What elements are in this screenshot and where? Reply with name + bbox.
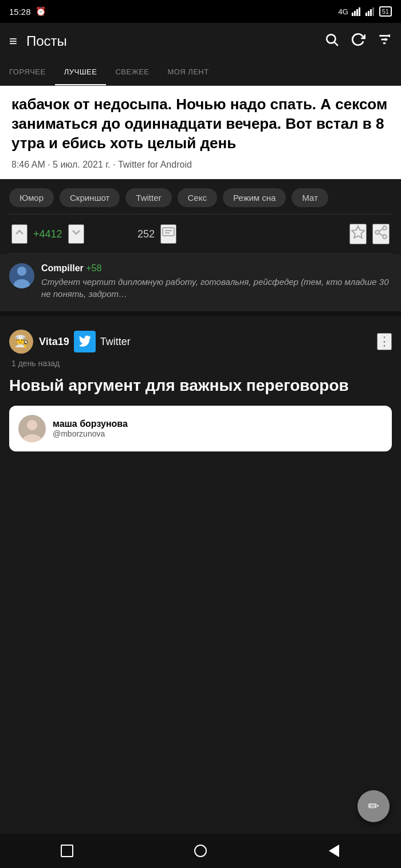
post2-author1-name: Vita19 — [39, 336, 69, 348]
comment-body: Compiller +58 Студент чертит дипломную р… — [41, 263, 392, 300]
tweet-avatar — [18, 415, 46, 442]
status-time: 15:28 — [9, 7, 31, 17]
filter-icon — [377, 32, 392, 47]
tweet-user: маша борзунова @mborzunova — [18, 415, 383, 442]
post-text: кабачок от недосыпа. Ночью надо спать. А… — [11, 95, 390, 153]
upvote-icon — [13, 225, 26, 239]
tag-sleep[interactable]: Режим сна — [223, 188, 286, 207]
app-bar: ≡ Посты — [0, 23, 401, 60]
post2-title: Новый аргумент для важных переговоров — [0, 368, 401, 405]
refresh-button[interactable] — [351, 32, 365, 50]
tweet-embed: маша борзунова @mborzunova — [9, 406, 392, 451]
signal-icon2 — [365, 7, 376, 16]
svg-point-25 — [17, 267, 26, 276]
svg-marker-18 — [352, 227, 364, 239]
vita19-avatar: 👨‍🍳 — [9, 330, 33, 354]
twitter-logo — [74, 331, 96, 352]
post2-header: 👨‍🍳 Vita19 Twitter ⋮ — [0, 320, 401, 358]
comment-group: 252 — [137, 224, 264, 244]
nav-circle-icon — [194, 845, 207, 857]
status-bar: 15:28 ⏰ 4G 51 — [0, 0, 401, 23]
comment-count: 252 — [137, 228, 155, 240]
share-button[interactable] — [372, 224, 390, 244]
actions-bar: +4412 252 — [0, 215, 401, 253]
share-icon — [374, 225, 388, 240]
twitter-label: Twitter — [100, 336, 131, 348]
battery-icon: 51 — [379, 6, 392, 17]
tweet-user-info: маша борзунова @mborzunova — [53, 419, 128, 438]
svg-rect-3 — [359, 7, 360, 16]
tag-mat[interactable]: Мат — [292, 188, 328, 207]
fab-button[interactable]: ✏ — [357, 790, 390, 822]
second-post-card: 👨‍🍳 Vita19 Twitter ⋮ 1 день назад Новый … — [0, 320, 401, 451]
first-post-card: кабачок от недосыпа. Ночью надо спать. А… — [0, 86, 401, 179]
svg-rect-4 — [365, 13, 367, 16]
post-meta: 8:46 AM · 5 июл. 2021 г. · Twitter for A… — [11, 160, 390, 170]
svg-line-9 — [335, 42, 338, 46]
svg-rect-6 — [370, 9, 372, 16]
app-bar-title: Посты — [26, 33, 315, 49]
tweet-user-name: маша борзунова — [53, 419, 128, 429]
svg-rect-15 — [163, 228, 174, 236]
tab-fresh[interactable]: СВЕЖЕЕ — [106, 60, 158, 85]
nav-back-icon — [329, 845, 339, 857]
svg-line-22 — [379, 233, 383, 236]
filter-button[interactable] — [377, 32, 392, 50]
comment-button[interactable] — [160, 224, 176, 244]
svg-line-23 — [379, 229, 383, 231]
tweet-user-handle: @mborzunova — [53, 429, 128, 438]
tab-feed[interactable]: МОЯ ЛЕНТ — [159, 60, 218, 85]
post-content: кабачок от недосыпа. Ночью надо спать. А… — [0, 86, 401, 179]
nav-home-button[interactable] — [53, 837, 81, 865]
tabs-bar: ГОРЯЧЕЕ ЛУЧШЕЕ СВЕЖЕЕ МОЯ ЛЕНТ — [0, 60, 401, 86]
comment-score: +58 — [86, 263, 101, 273]
comment-text: Студент чертит дипломную работу, готовал… — [41, 276, 392, 300]
battery-level: 51 — [382, 8, 389, 15]
comment-preview[interactable]: Compiller +58 Студент чертит дипломную р… — [0, 254, 401, 311]
svg-text:👨‍🍳: 👨‍🍳 — [14, 334, 29, 348]
vote-score: +4412 — [33, 228, 62, 240]
svg-point-19 — [383, 227, 387, 231]
vote-group: +4412 — [11, 224, 137, 244]
nav-back-button[interactable] — [320, 837, 348, 865]
svg-point-30 — [27, 420, 37, 430]
svg-point-21 — [383, 235, 387, 239]
svg-rect-1 — [354, 11, 356, 16]
svg-rect-5 — [368, 11, 369, 16]
nav-circle-button[interactable] — [186, 837, 215, 865]
refresh-icon — [351, 32, 365, 47]
alarm-icon: ⏰ — [36, 6, 46, 17]
tab-hot[interactable]: ГОРЯЧЕЕ — [0, 60, 55, 85]
tag-humor[interactable]: Юмор — [9, 188, 54, 207]
upvote-button[interactable] — [11, 224, 27, 244]
svg-rect-7 — [372, 7, 374, 16]
post2-time: 1 день назад — [9, 359, 60, 368]
comment-avatar — [9, 263, 34, 288]
comment-author: Compiller +58 — [41, 263, 392, 274]
downvote-button[interactable] — [68, 224, 84, 244]
nav-home-icon — [61, 845, 73, 857]
favorite-icon — [351, 225, 365, 240]
section-separator — [0, 311, 401, 316]
tag-sex[interactable]: Секс — [178, 188, 217, 207]
status-right: 4G 51 — [338, 6, 392, 17]
svg-point-20 — [375, 231, 379, 235]
signal-text: 4G — [338, 7, 348, 16]
tags-section: Юмор Скриншот Twitter Секс Режим сна Мат — [0, 179, 401, 214]
search-button[interactable] — [324, 32, 339, 50]
tag-twitter[interactable]: Twitter — [125, 188, 171, 207]
tag-screenshot[interactable]: Скриншот — [60, 188, 120, 207]
post2-menu-button[interactable]: ⋮ — [377, 333, 392, 350]
search-icon — [324, 32, 339, 47]
svg-rect-2 — [356, 9, 358, 16]
comment-icon — [162, 225, 175, 239]
downvote-icon — [69, 225, 83, 239]
signal-icon — [352, 7, 362, 16]
svg-point-8 — [327, 34, 335, 43]
tab-best[interactable]: ЛУЧШЕЕ — [55, 60, 107, 85]
nav-bar — [0, 834, 401, 868]
status-left: 15:28 ⏰ — [9, 6, 46, 17]
favorite-button[interactable] — [349, 224, 367, 244]
menu-button[interactable]: ≡ — [9, 33, 17, 49]
svg-rect-0 — [352, 13, 353, 16]
